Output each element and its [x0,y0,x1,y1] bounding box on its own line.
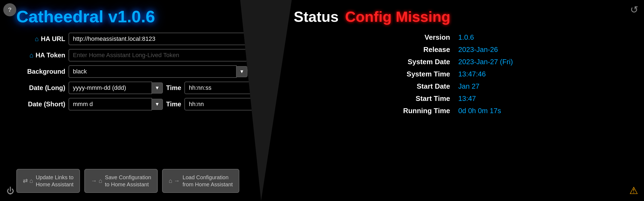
date-short-dropdown-wrapper: ▼ [69,98,163,110]
load-config-icon: ⌂ → [169,177,180,185]
date-short-time-dropdown-wrapper: ▼ [184,98,279,110]
load-config-label: Load Configurationfrom Home Assistant [182,174,233,188]
release-label: Release [294,45,450,54]
start-time-value: 13:47 [458,94,622,103]
save-config-button[interactable]: → ⌂ Save Configurationto Home Assistant [84,169,158,193]
background-dropdown-button[interactable]: ▼ [237,66,247,77]
update-links-label: Update Links toHome Assistant [36,174,73,188]
date-long-row: Date (Long) ▼ Time ▼ [16,82,247,94]
power-icon: ⏻ [7,186,14,195]
background-label: Background [16,68,65,75]
system-date-value: 2023-Jan-27 (Fri) [458,58,622,66]
update-links-button[interactable]: ⇄ ⌂ Update Links toHome Assistant [16,169,80,193]
ha-token-label: ⌂ HA Token [16,51,65,59]
date-short-dropdown-button[interactable]: ▼ [152,99,163,110]
date-long-time-label: Time [166,84,181,92]
status-grid: Version 1.0.6 Release 2023-Jan-26 System… [294,33,622,115]
ha-token-input[interactable] [69,49,247,61]
background-row: Background ▼ [16,65,247,78]
left-panel: Catheedral v1.0.6 ⌂ HA URL ⌂ HA Token [0,0,261,201]
save-config-icon: → ⌂ [91,177,102,185]
corner-tl-button[interactable]: ? [3,3,16,16]
date-short-time-input[interactable] [184,98,268,110]
ha-home-icon-token: ⌂ [29,51,33,59]
warning-corner: ⚠ [628,185,640,197]
buttons-row: ⇄ ⌂ Update Links toHome Assistant → ⌂ Sa… [16,169,247,193]
question-icon: ? [8,6,11,13]
status-label: Status [294,8,339,25]
power-button[interactable]: ⏻ [4,185,16,197]
version-label: Version [294,33,450,42]
load-config-button[interactable]: ⌂ → Load Configurationfrom Home Assistan… [162,169,239,193]
status-header: Status Config Missing [294,8,622,25]
right-panel: Status Config Missing Version 1.0.6 Rele… [261,0,644,201]
system-time-label: System Time [294,70,450,78]
system-date-label: System Date [294,58,450,66]
ha-url-label: ⌂ HA URL [16,35,65,43]
start-time-label: Start Time [294,94,450,103]
ha-url-input[interactable] [69,33,247,45]
release-value: 2023-Jan-26 [458,45,622,54]
date-short-label: Date (Short) [16,100,65,108]
date-long-time-dropdown-wrapper: ▼ [184,82,279,94]
date-long-input[interactable] [69,82,152,94]
system-time-value: 13:47:46 [458,70,622,78]
date-long-dropdown-button[interactable]: ▼ [152,82,163,94]
date-short-row: Date (Short) ▼ Time ▼ [16,98,247,110]
date-short-input[interactable] [69,98,152,110]
ha-url-row: ⌂ HA URL [16,33,247,45]
date-long-dropdown-wrapper: ▼ [69,82,163,94]
ha-token-row: ⌂ HA Token [16,49,247,61]
warning-icon: ⚠ [629,185,638,196]
start-date-label: Start Date [294,82,450,91]
save-config-label: Save Configurationto Home Assistant [105,174,151,188]
background-input[interactable] [69,65,237,78]
date-short-time-label: Time [166,100,181,108]
version-value: 1.0.6 [458,33,622,42]
running-time-value: 0d 0h 0m 17s [458,107,622,115]
ha-home-icon-url: ⌂ [35,35,39,43]
status-value: Config Missing [345,8,450,25]
date-long-label: Date (Long) [16,84,65,92]
start-date-value: Jan 27 [458,82,622,91]
update-links-icon: ⇄ ⌂ [23,177,33,185]
app-title: Catheedral v1.0.6 [16,8,247,25]
app-container: ? ↺ ⏻ ⚠ Catheedral v1.0.6 ⌂ HA URL [0,0,644,201]
running-time-label: Running Time [294,107,450,115]
date-long-time-input[interactable] [184,82,268,94]
background-dropdown-wrapper: ▼ [69,65,247,78]
form-section: ⌂ HA URL ⌂ HA Token Background [16,33,247,164]
date-long-time-dropdown-button[interactable]: ▼ [268,82,279,94]
corner-tr-button[interactable]: ↺ [628,3,641,16]
refresh-icon: ↺ [630,4,638,16]
